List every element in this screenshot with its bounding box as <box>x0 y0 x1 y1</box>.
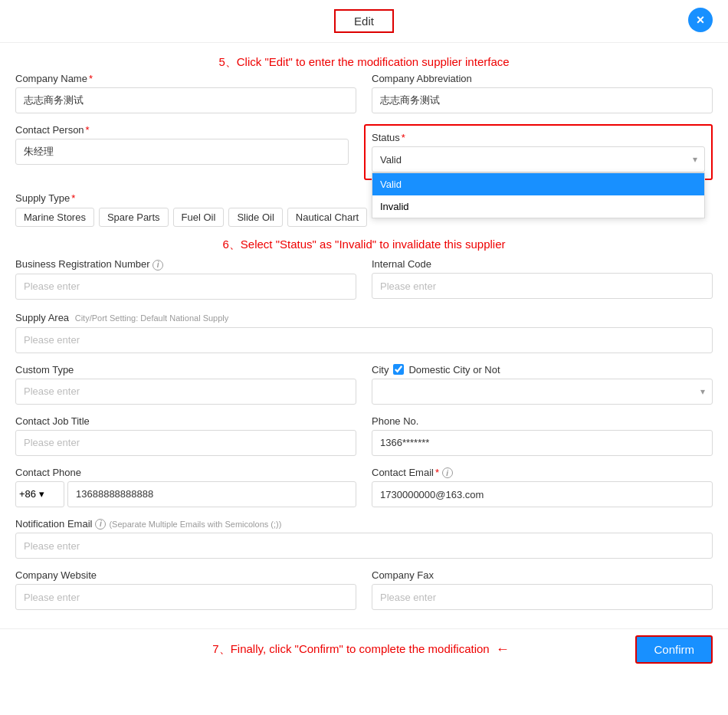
supply-area-row: Supply Area City/Port Setting: Default N… <box>15 310 713 353</box>
city-group: City Domestic City or Not ▾ <box>372 364 713 405</box>
edit-button[interactable]: Edit <box>334 9 394 33</box>
company-fax-group: Company Fax <box>372 569 713 610</box>
country-code-select[interactable]: +86 ▾ <box>15 481 64 507</box>
company-row: Company Name* Company Abbreviation <box>15 73 713 113</box>
custom-type-group: Custom Type <box>15 364 356 405</box>
instruction-2: 6、Select "Status" as "Invalid" to invali… <box>15 238 713 252</box>
top-bar: Edit × <box>0 0 728 43</box>
info-icon-notification[interactable]: i <box>95 519 106 530</box>
notification-sublabel: (Separate Multiple Emails with Semicolon… <box>109 520 281 529</box>
contact-person-label: Contact Person* <box>15 124 349 136</box>
phone-no-input[interactable] <box>372 430 713 456</box>
company-name-input[interactable] <box>15 87 356 113</box>
custom-type-input[interactable] <box>15 379 356 405</box>
supply-area-sublabel: City/Port Setting: Default National Supp… <box>75 313 229 323</box>
contact-phone-group: Contact Phone +86 ▾ <box>15 467 356 508</box>
phone-no-group: Phone No. <box>372 415 713 456</box>
contact-phone-label: Contact Phone <box>15 467 356 478</box>
tag-fuel-oil[interactable]: Fuel Oil <box>173 208 225 227</box>
close-button[interactable]: × <box>688 8 713 32</box>
phone-no-label: Phone No. <box>372 415 713 427</box>
company-name-label: Company Name* <box>15 73 356 84</box>
info-icon-email[interactable]: i <box>442 467 453 478</box>
domestic-city-label: Domestic City or Not <box>408 364 500 376</box>
phone-row: +86 ▾ <box>15 481 356 507</box>
info-icon-business[interactable]: i <box>152 260 163 271</box>
custom-city-row: Custom Type City Domestic City or Not ▾ <box>15 364 713 405</box>
contact-phone-email-row: Contact Phone +86 ▾ Contact Email* i <box>15 467 713 508</box>
internal-code-group: Internal Code <box>372 258 713 300</box>
contact-job-label: Contact Job Title <box>15 415 356 427</box>
company-abbr-input[interactable] <box>372 87 713 113</box>
instruction-3: 7、Finally, click "Confirm" to complete t… <box>212 642 489 657</box>
form-container: 5、Click "Edit" to enter the modification… <box>0 43 728 628</box>
business-reg-label: Business Registration Number i <box>15 258 356 271</box>
internal-code-input[interactable] <box>372 273 713 299</box>
contact-person-group: Contact Person* <box>15 124 349 180</box>
business-reg-input[interactable] <box>15 274 356 300</box>
supply-area-input[interactable] <box>15 327 713 353</box>
company-abbr-label: Company Abbreviation <box>372 73 713 84</box>
internal-code-label: Internal Code <box>372 258 713 270</box>
instruction-1: 5、Click "Edit" to enter the modification… <box>15 51 713 73</box>
city-label: City <box>372 364 389 376</box>
confirm-button[interactable]: Confirm <box>635 635 713 664</box>
job-phone-row: Contact Job Title Phone No. <box>15 415 713 456</box>
domestic-city-checkbox[interactable] <box>393 364 404 375</box>
company-abbr-group: Company Abbreviation <box>372 73 713 113</box>
contact-person-input[interactable] <box>15 139 349 165</box>
company-name-group: Company Name* <box>15 73 356 113</box>
company-fax-input[interactable] <box>372 584 713 610</box>
company-website-input[interactable] <box>15 584 356 610</box>
contact-email-label: Contact Email* i <box>372 467 713 479</box>
business-reg-group: Business Registration Number i <box>15 258 356 300</box>
instruction-3-container: 7、Finally, click "Confirm" to complete t… <box>15 641 713 658</box>
status-group: Status* Valid Invalid ▾ Valid Invalid <box>364 124 713 180</box>
status-option-invalid[interactable]: Invalid <box>372 195 704 218</box>
tag-marine-stores[interactable]: Marine Stores <box>15 208 94 227</box>
contact-status-row: Contact Person* Status* Valid Invalid ▾ … <box>15 124 713 180</box>
notification-email-row: Notification Email i (Separate Multiple … <box>15 518 713 559</box>
tag-slide-oil[interactable]: Slide Oil <box>228 208 282 227</box>
required-star: * <box>89 73 93 84</box>
notification-email-input[interactable] <box>15 533 713 559</box>
tag-nautical-chart[interactable]: Nautical Chart <box>287 208 367 227</box>
website-fax-row: Company Website Company Fax <box>15 569 713 610</box>
custom-type-label: Custom Type <box>15 364 356 376</box>
company-website-label: Company Website <box>15 569 356 581</box>
company-website-group: Company Website <box>15 569 356 610</box>
supply-type-label: Supply Type* <box>15 192 75 204</box>
contact-job-input[interactable] <box>15 430 356 456</box>
contact-phone-input[interactable] <box>67 481 356 507</box>
company-fax-label: Company Fax <box>372 569 713 581</box>
supply-area-label: Supply Area City/Port Setting: Default N… <box>15 312 228 323</box>
status-label: Status* <box>372 132 705 143</box>
bottom-bar: 7、Finally, click "Confirm" to complete t… <box>0 628 728 670</box>
contact-email-input[interactable] <box>372 481 713 507</box>
arrow-left-icon: ← <box>496 641 510 658</box>
status-option-valid[interactable]: Valid <box>372 173 704 195</box>
notification-email-label-row: Notification Email i (Separate Multiple … <box>15 518 713 530</box>
status-select-wrapper: Valid Invalid ▾ Valid Invalid <box>372 146 705 172</box>
contact-email-group: Contact Email* i <box>372 467 713 508</box>
contact-job-group: Contact Job Title <box>15 415 356 456</box>
status-select[interactable]: Valid Invalid <box>372 146 705 172</box>
business-internal-row: Business Registration Number i Internal … <box>15 258 713 300</box>
tag-spare-parts[interactable]: Spare Parts <box>99 208 169 227</box>
city-label-row: City Domestic City or Not <box>372 364 713 376</box>
city-select[interactable] <box>372 379 713 405</box>
status-dropdown: Valid Invalid <box>372 172 705 218</box>
